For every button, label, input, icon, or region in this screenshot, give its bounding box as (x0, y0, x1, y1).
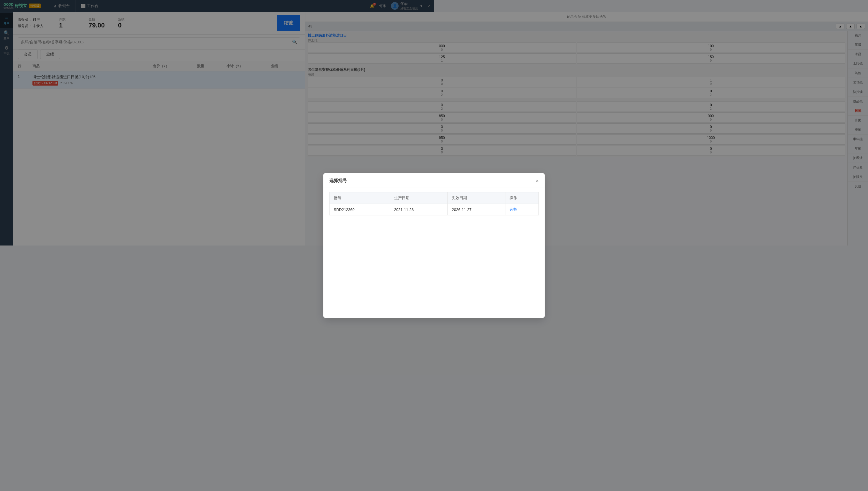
prod-date-cell: 2021-11-28 (390, 204, 434, 215)
modal-dialog: 选择批号 × 批号 生产日期 失效日期 操作 SDD212360 2021-11… (323, 173, 434, 246)
modal-header: 选择批号 × (323, 173, 434, 187)
modal-body: 批号 生产日期 失效日期 操作 SDD212360 2021-11-28 202… (323, 187, 434, 246)
th-batch: 批号 (330, 192, 390, 204)
th-prod-date: 生产日期 (390, 192, 434, 204)
modal-overlay: 选择批号 × 批号 生产日期 失效日期 操作 SDD212360 2021-11… (0, 0, 434, 246)
modal-title: 选择批号 (329, 178, 347, 183)
batch-cell: SDD212360 (330, 204, 390, 215)
batch-row: SDD212360 2021-11-28 2026-11-27 选择 (330, 204, 434, 215)
batch-table: 批号 生产日期 失效日期 操作 SDD212360 2021-11-28 202… (329, 192, 434, 215)
table-header-row: 批号 生产日期 失效日期 操作 (330, 192, 434, 204)
